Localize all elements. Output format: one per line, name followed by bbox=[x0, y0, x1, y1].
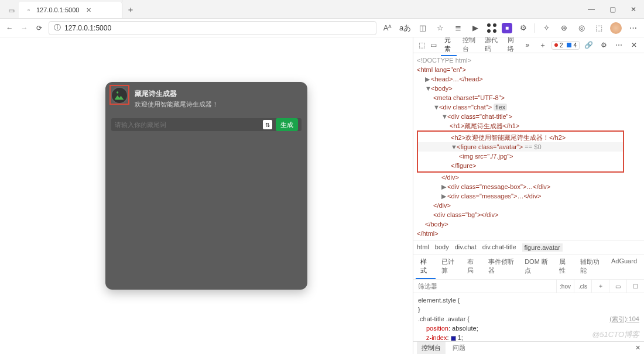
tab-label: 127.0.0.1:5000 bbox=[36, 6, 79, 13]
subtab-props[interactable]: 属性 bbox=[554, 255, 574, 279]
link-icon[interactable]: 🔗 bbox=[582, 39, 595, 51]
address-bar: ← → ⟳ ⓘ Aᴬ aあ ◫ ☆ ≣ ▶ ■ ⚙ ✧ ⊕ ◎ ⬚ ⋯ bbox=[0, 19, 644, 37]
subtab-listeners[interactable]: 事件侦听器 bbox=[484, 255, 519, 279]
ext-purple-icon[interactable]: ■ bbox=[502, 23, 512, 33]
profile-avatar[interactable] bbox=[610, 22, 622, 34]
page-pane: 藏尾诗生成器 欢迎使用智能藏尾诗生成器！ ⇅ 生成 bbox=[0, 37, 413, 354]
svg-point-0 bbox=[117, 91, 118, 93]
translate-icon[interactable]: aあ bbox=[399, 22, 412, 35]
close-drawer-icon[interactable]: ✕ bbox=[635, 344, 640, 352]
browser-tab-bar: ▭ 🔍藏头诗在线生成器 - 搜索✕🌐个人空间✕◉HTML嵌入CSS样式（四种方法… bbox=[0, 0, 644, 19]
devtools: ⬚ ▭ 元素 控制台 源代码 网络 » ＋ 24 🔗 ⚙ ⋯ ✕ <!DOCTY… bbox=[413, 37, 644, 354]
ext3-icon[interactable]: ◎ bbox=[575, 22, 588, 35]
crumb-trail[interactable]: html body div.chat div.chat-title figure… bbox=[413, 240, 644, 254]
browser-tab[interactable]: ▫127.0.0.1:5000✕ bbox=[19, 2, 122, 18]
subtab-styles[interactable]: 样式 bbox=[416, 255, 436, 279]
ext-gear-icon[interactable]: ⚙ bbox=[517, 22, 530, 35]
dots4-icon[interactable] bbox=[487, 23, 497, 33]
tab-edge-icon[interactable]: ▭ bbox=[4, 3, 19, 18]
close-devtools-icon[interactable]: ✕ bbox=[628, 39, 640, 51]
app-subtitle: 欢迎使用智能藏尾诗生成器！ bbox=[135, 100, 298, 109]
console-tab[interactable]: 控制台 bbox=[417, 342, 446, 354]
lines-icon[interactable]: ≣ bbox=[451, 22, 464, 35]
split-icon[interactable]: ◫ bbox=[416, 22, 429, 35]
refresh-button[interactable]: ⟳ bbox=[34, 21, 44, 35]
site-info-icon[interactable]: ⓘ bbox=[54, 23, 61, 33]
inspect-icon[interactable]: ⬚ bbox=[417, 39, 427, 51]
window-controls: — ▢ ✕ bbox=[581, 1, 644, 18]
avatar bbox=[111, 87, 128, 104]
style-declaration[interactable]: position: absolute; bbox=[418, 324, 639, 333]
devtools-toolbar: ⬚ ▭ 元素 控制台 源代码 网络 » ＋ 24 🔗 ⚙ ⋯ ✕ bbox=[413, 37, 644, 53]
message-box: ⇅ 生成 bbox=[111, 118, 302, 131]
settings-icon[interactable]: ⚙ bbox=[597, 39, 610, 51]
app-title: 藏尾诗生成器 bbox=[135, 89, 298, 99]
more-icon[interactable]: ⋯ bbox=[612, 39, 625, 51]
broken-image-icon bbox=[114, 90, 125, 101]
main-area: 藏尾诗生成器 欢迎使用智能藏尾诗生成器！ ⇅ 生成 ⬚ ▭ 元素 控制台 源代码… bbox=[0, 37, 644, 354]
filter-dock-icon[interactable]: ▭ bbox=[609, 280, 626, 293]
source-link[interactable]: (索引):104 bbox=[609, 314, 639, 324]
filter-plus[interactable]: ＋ bbox=[591, 280, 609, 293]
forward-button[interactable]: → bbox=[19, 21, 29, 35]
subtab-adguard[interactable]: AdGuard bbox=[607, 255, 642, 279]
close-window-button[interactable]: ✕ bbox=[623, 1, 644, 18]
crumb-html[interactable]: html bbox=[417, 243, 429, 252]
address-input-wrap[interactable]: ⓘ bbox=[49, 21, 376, 35]
chat-card: 藏尾诗生成器 欢迎使用智能藏尾诗生成器！ ⇅ 生成 bbox=[105, 82, 307, 290]
error-badge[interactable]: 24 bbox=[551, 41, 580, 50]
collections-icon[interactable]: ✧ bbox=[540, 22, 553, 35]
subtab-a11y[interactable]: 辅助功能 bbox=[576, 255, 605, 279]
crumb-title[interactable]: div.chat-title bbox=[482, 243, 516, 252]
favicon-icon: ▫ bbox=[25, 6, 33, 14]
subtab-computed[interactable]: 已计算 bbox=[437, 255, 462, 279]
generate-button[interactable]: 生成 bbox=[276, 118, 298, 131]
console-drawer: 控制台 问题 ✕ bbox=[413, 341, 644, 354]
address-input[interactable] bbox=[64, 24, 371, 32]
reader-icon[interactable]: Aᴬ bbox=[381, 22, 394, 35]
back-button[interactable]: ← bbox=[5, 21, 15, 35]
favorite-icon[interactable]: ☆ bbox=[434, 22, 447, 35]
styles-filter-input[interactable] bbox=[413, 280, 556, 293]
subtab-dombp[interactable]: DOM 断点 bbox=[520, 255, 553, 279]
styles-subtabs: 样式 已计算 布局 事件侦听器 DOM 断点 属性 辅助功能 AdGuard bbox=[413, 254, 644, 280]
style-declaration[interactable]: z-index: 1; bbox=[418, 333, 639, 341]
crumb-body[interactable]: body bbox=[435, 243, 449, 252]
prompt-input[interactable] bbox=[115, 121, 259, 128]
swap-button[interactable]: ⇅ bbox=[263, 120, 272, 129]
filter-hov[interactable]: :hov bbox=[556, 280, 574, 293]
styles-filter-bar: :hov .cls ＋ ▭ ☐ bbox=[413, 280, 644, 293]
maximize-button[interactable]: ▢ bbox=[602, 1, 623, 18]
filter-rect-icon[interactable]: ☐ bbox=[626, 280, 644, 293]
new-tab-button[interactable]: ＋ bbox=[122, 2, 139, 18]
more-icon[interactable]: ⋯ bbox=[626, 22, 639, 35]
filter-cls[interactable]: .cls bbox=[574, 280, 591, 293]
crumb-chat[interactable]: div.chat bbox=[455, 243, 477, 252]
styles-pane[interactable]: element.style { } .chat-title .avatar {(… bbox=[413, 293, 644, 341]
more-tabs-icon[interactable]: » bbox=[521, 39, 534, 51]
plus-icon[interactable]: ＋ bbox=[536, 39, 549, 51]
chat-title: 藏尾诗生成器 欢迎使用智能藏尾诗生成器！ bbox=[105, 82, 307, 114]
subtab-layout[interactable]: 布局 bbox=[463, 255, 482, 279]
device-icon[interactable]: ▭ bbox=[428, 39, 438, 51]
crumb-figure[interactable]: figure.avatar bbox=[522, 243, 563, 252]
selected-node-frame-icon: <h2>欢迎使用智能藏尾诗生成器！</h2> ▼<figure class="a… bbox=[417, 130, 624, 173]
elements-panel[interactable]: <!DOCTYPE html> <html lang="en"> ▶<head>… bbox=[413, 53, 644, 240]
close-tab-icon[interactable]: ✕ bbox=[86, 6, 91, 14]
play-icon[interactable]: ▶ bbox=[469, 22, 482, 35]
minimize-button[interactable]: — bbox=[581, 1, 602, 18]
ext2-icon[interactable]: ⊕ bbox=[557, 22, 570, 35]
ext4-icon[interactable]: ⬚ bbox=[592, 22, 605, 35]
issues-tab[interactable]: 问题 bbox=[448, 342, 470, 354]
